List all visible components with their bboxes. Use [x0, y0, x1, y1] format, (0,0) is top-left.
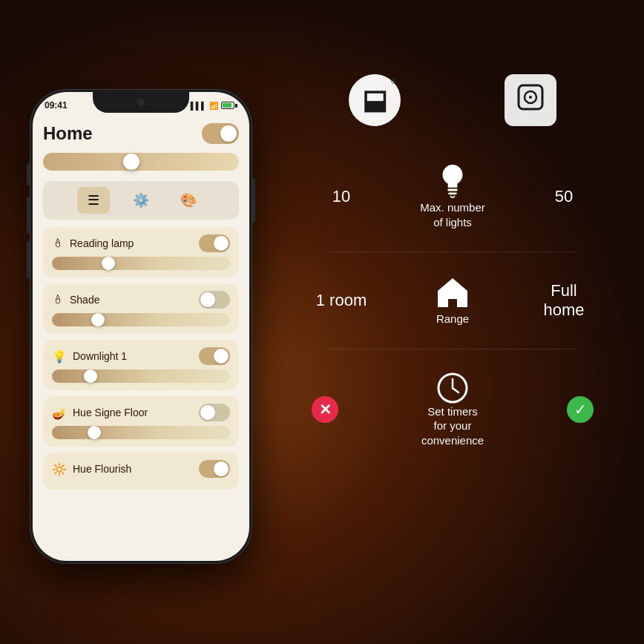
power-button [252, 178, 255, 223]
bridge-icon [505, 74, 556, 126]
light-toggle-downlight[interactable] [199, 347, 230, 365]
wifi-icon: 📶 [209, 102, 218, 110]
light-name: Hue Flourish [73, 463, 131, 475]
light-item: 🔆 Hue Flourish [43, 453, 239, 490]
light-header: 🕯 Reading lamp [52, 234, 230, 252]
light-item: 🕯 Shade [43, 283, 239, 334]
range-left-val: 1 room [312, 291, 371, 310]
light-slider-downlight[interactable] [52, 369, 230, 383]
tab-settings[interactable]: ⚙️ [125, 187, 157, 214]
info-panel: ⬓ ® 10 [297, 59, 608, 616]
light-slider-shade[interactable] [52, 313, 230, 326]
timers-center: Set timersfor yourconvenience [338, 372, 567, 448]
signal-icon: ▌▌▌ [191, 102, 206, 110]
slider-thumb-downlight[interactable] [84, 369, 97, 383]
tabs-row: ☰ ⚙️ 🎨 [43, 181, 239, 220]
min-lights-value: 10 [312, 187, 371, 206]
light-toggle-flourish[interactable] [199, 460, 230, 478]
registered-mark: ® [391, 77, 396, 85]
volume-down-button [27, 241, 30, 278]
range-center: Range [371, 275, 534, 326]
max-lights-row: 10 Max. numberof lights 50 [297, 141, 608, 252]
light-header: 💡 Downlight 1 [52, 347, 230, 365]
light-left: 🕯 Shade [52, 293, 99, 306]
svg-point-2 [529, 96, 532, 99]
tab-color[interactable]: 🎨 [172, 187, 205, 214]
brightness-slider-row[interactable] [43, 150, 239, 174]
home-toggle[interactable] [202, 123, 239, 144]
slider-thumb-signe[interactable] [88, 426, 101, 439]
battery-icon [221, 102, 237, 109]
app-content: Home ☰ ⚙️ [33, 116, 249, 561]
app-header: Home [43, 123, 239, 144]
bulb-icon: 🕯 [52, 237, 64, 250]
brightness-track[interactable] [43, 153, 239, 171]
light-item: 🕯 Reading lamp [43, 227, 239, 277]
bridge-box [505, 74, 556, 126]
timers-label: Set timersfor yourconvenience [421, 404, 484, 448]
light-slider-reading[interactable] [52, 257, 230, 270]
status-icons: ▌▌▌ 📶 [191, 102, 237, 110]
light-item: 💡 Downlight 1 [43, 340, 239, 390]
bridge-symbol [516, 82, 545, 118]
bulb-svg-icon [439, 163, 466, 200]
range-right-val: Full home [534, 281, 594, 320]
light-name: Shade [70, 294, 99, 306]
slider-thumb-reading[interactable] [102, 257, 115, 270]
tab-list[interactable]: ☰ [77, 187, 110, 214]
app-title: Home [43, 123, 93, 144]
max-lights-label: Max. numberof lights [420, 200, 485, 229]
light-slider-signe[interactable] [52, 426, 230, 439]
bulb-icon: 🕯 [52, 293, 64, 306]
max-lights-value: 50 [534, 187, 594, 206]
light-toggle-reading[interactable] [199, 234, 230, 252]
status-time: 09:41 [45, 100, 68, 111]
phone-screen: 09:41 ▌▌▌ 📶 Home [33, 92, 249, 561]
bluetooth-symbol: ⬓ [362, 85, 387, 116]
light-header: 🔆 Hue Flourish [52, 460, 230, 478]
bluetooth-box: ⬓ ® [349, 74, 401, 126]
mute-button [27, 163, 30, 185]
range-label: Range [436, 312, 469, 326]
no-timers-icon: ✕ [312, 396, 338, 423]
light-toggle-shade[interactable] [199, 291, 230, 309]
max-lights-center: Max. numberof lights [371, 163, 534, 229]
phone-mockup: 09:41 ▌▌▌ 📶 Home [30, 89, 267, 594]
yes-timers-icon: ✓ [567, 396, 594, 423]
top-icons: ⬓ ® [297, 59, 608, 126]
volume-up-button [27, 197, 30, 234]
light-header: 🕯 Shade [52, 291, 230, 309]
light-toggle-signe[interactable] [199, 404, 230, 421]
camera-dot [137, 99, 145, 106]
light-name: Downlight 1 [73, 350, 127, 362]
downlight-icon: 💡 [52, 349, 67, 364]
phone-outer: 09:41 ▌▌▌ 📶 Home [30, 89, 252, 564]
light-header: 🪔 Hue Signe Floor [52, 404, 230, 421]
light-name: Reading lamp [70, 237, 134, 249]
clock-svg-icon [436, 372, 469, 404]
list-icon: ☰ [88, 192, 99, 208]
light-item: 🪔 Hue Signe Floor [43, 396, 239, 447]
timers-row: ✕ Set timersfor yourconvenience ✓ [297, 349, 608, 470]
house-svg-icon [434, 275, 471, 312]
bluetooth-icon: ⬓ ® [349, 74, 401, 126]
svg-rect-4 [448, 192, 457, 194]
settings-icon: ⚙️ [133, 192, 149, 208]
floor-lamp-icon: 🪔 [52, 406, 67, 420]
ceiling-icon: 🔆 [52, 462, 67, 476]
brightness-thumb[interactable] [123, 154, 139, 170]
light-left: 🔆 Hue Flourish [52, 462, 131, 476]
color-icon: 🎨 [180, 192, 197, 208]
light-left: 🪔 Hue Signe Floor [52, 406, 148, 420]
range-row: 1 room Range Full home [297, 252, 608, 349]
notch [93, 92, 189, 113]
light-name: Hue Signe Floor [73, 407, 148, 418]
slider-thumb-shade[interactable] [91, 313, 105, 326]
svg-rect-3 [447, 189, 457, 191]
light-left: 🕯 Reading lamp [52, 237, 134, 250]
light-left: 💡 Downlight 1 [52, 349, 127, 364]
